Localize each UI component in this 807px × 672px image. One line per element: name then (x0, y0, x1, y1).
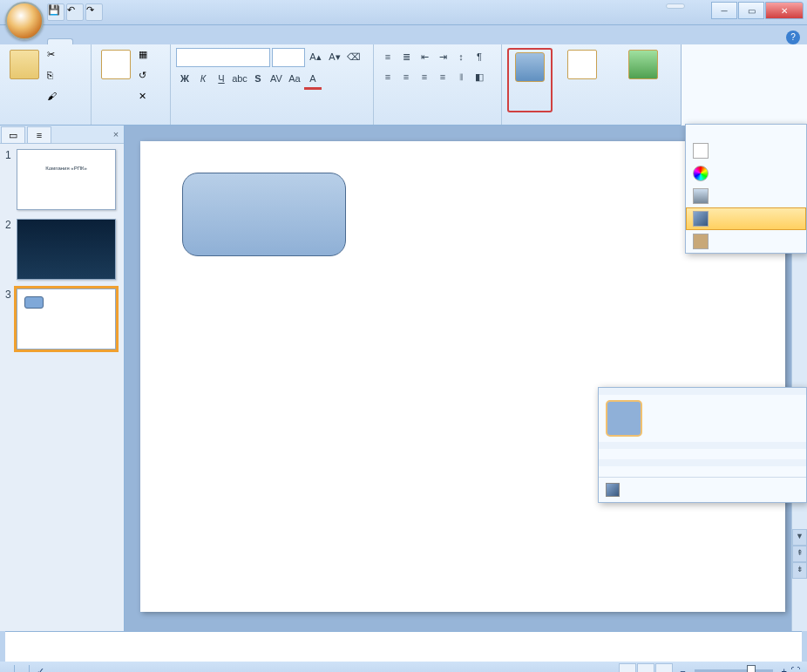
shrink-font-icon[interactable]: A▾ (326, 48, 343, 65)
spacing-icon[interactable]: AV (268, 70, 285, 87)
slideshow-view-icon[interactable] (655, 663, 673, 672)
zoom-out-icon[interactable]: − (680, 666, 685, 672)
undo-icon[interactable]: ↶ (66, 3, 84, 21)
notes-pane[interactable] (5, 631, 802, 662)
new-slide-button[interactable] (97, 48, 135, 107)
slide-panel: ▭ ≡ × 1 Компания «РПК» 2 3 (0, 126, 125, 631)
prev-slide-icon[interactable]: ⇞ (792, 546, 807, 562)
quick-access-toolbar: 💾 ↶ ↷ (47, 3, 103, 21)
help-icon[interactable]: ? (786, 31, 800, 44)
shapes-highlight (507, 48, 553, 112)
picture-icon (693, 188, 709, 204)
bold-icon[interactable]: Ж (176, 70, 193, 87)
scroll-down-icon[interactable]: ▼ (792, 529, 807, 546)
more-colors-item[interactable] (686, 162, 806, 185)
clear-format-icon[interactable]: ⌫ (345, 48, 363, 65)
bullets-icon[interactable]: ≡ (379, 48, 397, 65)
italic-icon[interactable]: К (194, 70, 212, 87)
more-gradients-item[interactable] (599, 477, 806, 502)
font-size-combo[interactable] (272, 48, 305, 67)
indent-dec-icon[interactable]: ⇤ (416, 48, 433, 65)
no-gradient-header (599, 388, 806, 395)
delete-icon[interactable]: ✕ (138, 90, 157, 109)
gradient-icon (693, 211, 709, 227)
save-icon[interactable]: 💾 (47, 3, 64, 21)
case-icon[interactable]: Aa (286, 70, 303, 87)
texture-icon (693, 234, 709, 249)
quick-styles-icon (628, 50, 658, 79)
office-button[interactable] (5, 2, 44, 40)
contextual-tab-label (666, 3, 685, 9)
clipboard-icon (10, 50, 39, 79)
normal-view-icon[interactable] (619, 663, 636, 672)
next-slide-icon[interactable]: ⇟ (792, 562, 807, 579)
justify-icon[interactable]: ≡ (434, 68, 451, 85)
tab-home[interactable] (47, 38, 73, 44)
reset-icon[interactable]: ↺ (138, 69, 157, 88)
title-bar: 💾 ↶ ↷ ─ ▭ ✕ (0, 0, 807, 25)
cut-icon[interactable]: ✂ (46, 48, 65, 67)
light-variants-header (599, 442, 806, 449)
strike-icon[interactable]: abc (231, 70, 248, 87)
copy-icon[interactable]: ⎘ (46, 69, 65, 88)
zoom-in-icon[interactable]: + (782, 666, 787, 672)
no-fill-icon (693, 143, 709, 159)
line-spacing-icon[interactable]: ↕ (452, 48, 470, 65)
grow-font-icon[interactable]: A▴ (307, 48, 324, 65)
thumb-1[interactable]: 1 Компания «РПК» (5, 149, 119, 210)
sorter-view-icon[interactable] (637, 663, 654, 672)
paste-button[interactable] (5, 48, 44, 107)
ribbon-tabs: ? (0, 25, 807, 44)
font-group-label (176, 121, 368, 123)
theme-color-panel (681, 44, 807, 130)
fill-dropdown-menu (685, 124, 807, 254)
redo-icon[interactable]: ↷ (85, 3, 103, 21)
thumb-3[interactable]: 3 (5, 288, 119, 350)
para-group-label (379, 121, 496, 123)
format-painter-icon[interactable]: 🖌 (46, 90, 65, 109)
status-bar: ✓ − + ⛶ (0, 662, 807, 672)
fit-icon[interactable]: ⛶ (790, 666, 800, 672)
numbering-icon[interactable]: ≣ (397, 48, 415, 65)
indent-inc-icon[interactable]: ⇥ (434, 48, 451, 65)
close-panel-icon[interactable]: × (109, 126, 123, 142)
maximize-button[interactable]: ▭ (738, 2, 764, 19)
outline-tab-icon[interactable]: ≡ (27, 126, 51, 144)
dark-variants-header (599, 459, 806, 466)
layout-icon[interactable]: ▦ (138, 48, 157, 67)
font-name-combo[interactable] (176, 48, 270, 67)
ribbon: ✂ ⎘ 🖌 ▦ ↺ ✕ A▴ A▾ (0, 44, 807, 126)
thumb-2[interactable]: 2 (5, 219, 119, 280)
spellcheck-icon[interactable]: ✓ (37, 666, 44, 673)
palette-icon (693, 166, 709, 181)
rounded-rect-shape[interactable] (182, 173, 346, 256)
font-color-icon[interactable]: A (304, 70, 322, 90)
align-center-icon[interactable]: ≡ (397, 68, 415, 85)
gradient-flyout (598, 387, 807, 503)
gradient-fill-item[interactable] (686, 207, 806, 230)
smartart-icon[interactable]: ◧ (471, 68, 488, 85)
align-left-icon[interactable]: ≡ (379, 68, 397, 85)
close-button[interactable]: ✕ (765, 2, 804, 19)
shadow-icon[interactable]: S (249, 70, 267, 87)
new-slide-icon (101, 50, 131, 79)
drawing-group-label (507, 121, 701, 123)
picture-fill-item[interactable] (686, 185, 806, 207)
slides-group-label (97, 121, 165, 123)
text-dir-icon[interactable]: ¶ (471, 48, 488, 65)
quick-styles-button[interactable] (612, 48, 675, 107)
arrange-icon (567, 50, 597, 79)
slides-tab-icon[interactable]: ▭ (1, 126, 25, 144)
minimize-button[interactable]: ─ (711, 2, 737, 19)
columns-icon[interactable]: ⫴ (452, 68, 470, 85)
shapes-button[interactable] (510, 51, 550, 110)
arrange-button[interactable] (555, 48, 609, 107)
texture-fill-item[interactable] (686, 230, 806, 253)
shapes-icon (515, 52, 545, 82)
clipboard-group-label (5, 121, 85, 123)
no-gradient-swatch[interactable] (606, 400, 642, 437)
align-right-icon[interactable]: ≡ (416, 68, 433, 85)
gradient-more-icon (606, 483, 620, 497)
underline-icon[interactable]: Ч (213, 70, 230, 87)
no-fill-item[interactable] (686, 139, 806, 162)
